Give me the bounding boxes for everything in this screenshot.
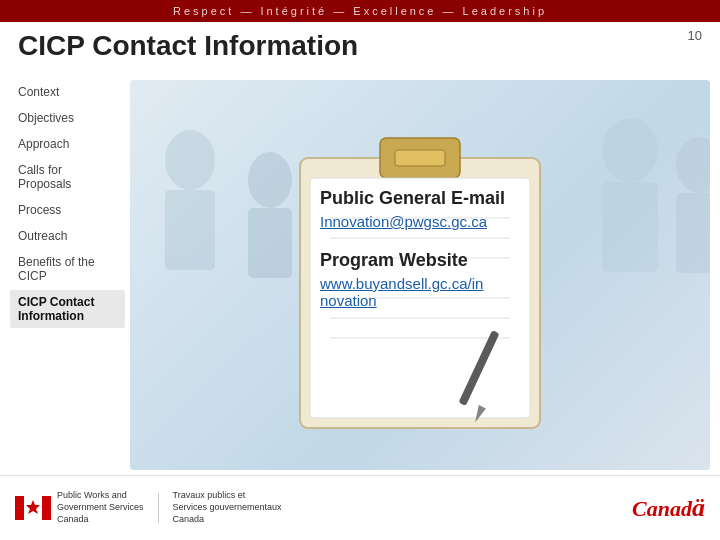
sidebar-item-approach[interactable]: Approach (10, 132, 125, 156)
svg-rect-10 (395, 150, 445, 166)
svg-rect-7 (676, 193, 710, 273)
sidebar-item-context[interactable]: Context (10, 80, 125, 104)
sidebar-item-objectives[interactable]: Objectives (10, 106, 125, 130)
clipboard-content: Public General E-mail Innovation@pwgsc.g… (320, 188, 540, 309)
footer-left: Public Works and Government Services Can… (15, 490, 282, 525)
sidebar-item-process[interactable]: Process (10, 198, 125, 222)
logo-divider (158, 493, 159, 523)
top-banner: Respect — Intégrité — Excellence — Leade… (0, 0, 720, 22)
svg-rect-5 (602, 182, 658, 272)
website-link[interactable]: www.buyandsell.gc.ca/innovation (320, 275, 540, 309)
clipboard-visual: Public General E-mail Innovation@pwgsc.g… (280, 128, 560, 442)
footer-bar: Public Works and Government Services Can… (0, 475, 720, 540)
svg-point-0 (165, 130, 215, 190)
email-link[interactable]: Innovation@pwgsc.gc.ca (320, 213, 540, 230)
svg-point-6 (676, 137, 710, 193)
sidebar-item-cicp-contact[interactable]: CICP Contact Information (10, 290, 125, 328)
canada-wordmark: Canadä (632, 493, 705, 523)
email-section-label: Public General E-mail (320, 188, 540, 209)
content-area: Public General E-mail Innovation@pwgsc.g… (130, 80, 710, 470)
website-section-label: Program Website (320, 250, 540, 271)
logo-text-fr: Travaux publics et Services gouvernement… (173, 490, 282, 525)
sidebar: Context Objectives Approach Calls for Pr… (10, 80, 125, 328)
svg-rect-1 (165, 190, 215, 270)
sidebar-item-outreach[interactable]: Outreach (10, 224, 125, 248)
banner-text: Respect — Intégrité — Excellence — Leade… (173, 5, 547, 17)
logo-text: Public Works and Government Services Can… (57, 490, 144, 525)
sidebar-item-benefits[interactable]: Benefits of the CICP (10, 250, 125, 288)
page-title: CICP Contact Information (18, 30, 358, 62)
canada-flag-icon (15, 496, 51, 520)
sidebar-item-calls-for-proposals[interactable]: Calls for Proposals (10, 158, 125, 196)
logo-en: Public Works and Government Services Can… (57, 490, 144, 525)
page-number: 10 (688, 28, 702, 43)
svg-point-4 (602, 118, 658, 182)
government-logo: Public Works and Government Services Can… (15, 490, 282, 525)
